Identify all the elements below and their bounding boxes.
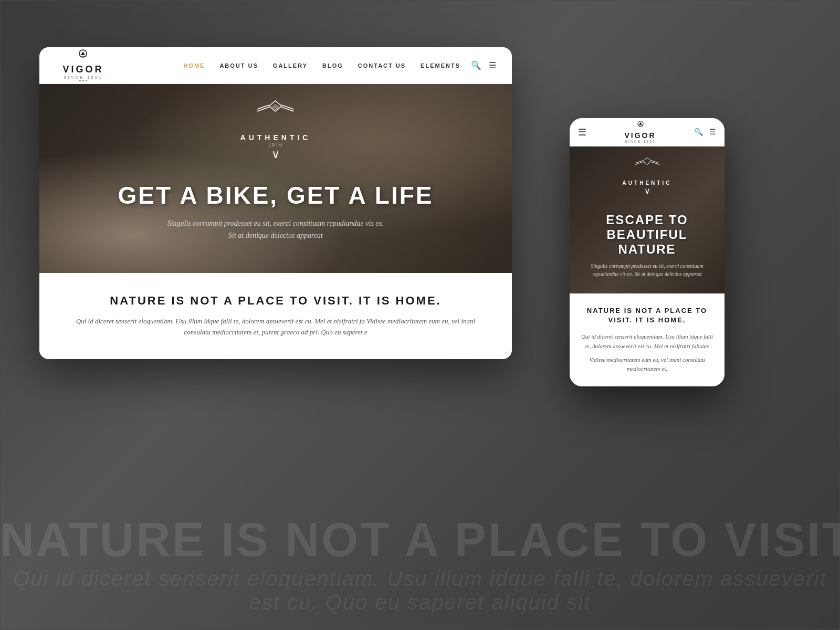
nav-link-gallery[interactable]: GALLERY [273, 62, 308, 69]
desktop-logo: VIGOR — SINCE 1991 — [55, 49, 111, 81]
mobile-hero-badge: AUTHENTIC ∨ [623, 157, 672, 196]
nav-link-contact[interactable]: CONTACT US [358, 62, 406, 69]
nav-link-blog[interactable]: BLOG [322, 62, 343, 69]
mobile-hamburger-icon[interactable]: ☰ [578, 127, 586, 138]
mobile-badge-text: AUTHENTIC [623, 180, 672, 186]
svg-marker-1 [81, 51, 85, 55]
nav-link-home[interactable]: HOME [183, 62, 205, 69]
svg-line-6 [282, 107, 294, 111]
mobile-menu-icon[interactable]: ☰ [709, 128, 716, 136]
svg-line-12 [635, 161, 643, 163]
mobile-content-section: NATURE IS NOT A PLACE TO VISIT. IT IS HO… [570, 293, 724, 386]
svg-line-4 [257, 107, 269, 111]
svg-line-15 [652, 162, 659, 164]
desktop-content-section: NATURE IS NOT A PLACE TO VISIT. IT IS HO… [39, 273, 512, 359]
logo-title: VIGOR [62, 64, 103, 75]
badge-chevron-icon: ∨ [240, 148, 311, 161]
desktop-navbar: VIGOR — SINCE 1991 — HOME ABOUT US GALLE… [39, 47, 512, 84]
badge-authentic-text: AUTHENTIC [240, 133, 311, 142]
mobile-hero-subtext: Singulis corrumpit prodesset eu sit, exe… [580, 262, 714, 278]
svg-marker-10 [639, 122, 642, 125]
mobile-logo-since: — SINCE 1991 — [618, 140, 663, 143]
desktop-hero-subtext-line2: Sit at denique delectus appareat [39, 230, 512, 242]
mobile-logo: VIGOR — SINCE 1991 — [618, 121, 663, 143]
mobile-content-body1: Qui id diceret senserit eloquentiam. Usu… [580, 332, 714, 351]
desktop-nav-links: HOME ABOUT US GALLERY BLOG CONTACT US EL… [183, 62, 460, 69]
mobile-search-icon[interactable]: 🔍 [694, 128, 703, 136]
desktop-content-body: Qui id diceret senserit eloquentiam. Usu… [71, 316, 480, 338]
mobile-navbar: ☰ VIGOR — SINCE 1991 — 🔍 ☰ [570, 118, 724, 146]
desktop-hero-headline: GET A BIKE, GET A LIFE [39, 181, 512, 209]
desktop-hero-subtext-line1: Singulis corrumpit prodesset eu sit, exe… [39, 218, 512, 229]
background-watermark-text2: Qui id diceret senserit eloquentiam. Usu… [0, 567, 840, 614]
mobile-nav-icons: 🔍 ☰ [694, 128, 716, 136]
desktop-mockup: VIGOR — SINCE 1991 — HOME ABOUT US GALLE… [39, 47, 512, 359]
menu-icon[interactable]: ☰ [489, 60, 496, 70]
svg-line-3 [257, 105, 269, 109]
mobile-mockup: ☰ VIGOR — SINCE 1991 — 🔍 ☰ A [570, 118, 724, 386]
mobile-logo-title: VIGOR [624, 131, 656, 140]
background-watermark-text: NATURE IS NOT A PLACE TO VISIT. IT IS TO [0, 513, 840, 567]
mobile-badge-chevron-icon: ∨ [623, 186, 672, 196]
search-icon[interactable]: 🔍 [471, 60, 481, 70]
desktop-hero-content: GET A BIKE, GET A LIFE Singulis corrumpi… [39, 181, 512, 242]
mobile-badge-diamond-icon [633, 157, 662, 178]
desktop-nav-icons: 🔍 ☰ [471, 60, 496, 70]
mobile-content-body2: Vidisse mediocritatem eum eu, vel inani … [580, 355, 714, 374]
logo-mountain-icon [76, 49, 90, 64]
badge-diamond-icon [255, 100, 297, 131]
logo-dots [79, 80, 87, 81]
nav-link-about[interactable]: ABOUT US [219, 62, 258, 69]
badge-year: 2016 [240, 142, 311, 148]
desktop-hero: AUTHENTIC 2016 ∨ GET A BIKE, GET A LIFE … [39, 84, 512, 273]
mobile-hero: AUTHENTIC ∨ ESCAPE TO BEAUTIFUL NATURE S… [570, 146, 724, 293]
mobile-hero-content: ESCAPE TO BEAUTIFUL NATURE Singulis corr… [570, 213, 724, 278]
mobile-content-heading: NATURE IS NOT A PLACE TO VISIT. IT IS HO… [580, 306, 714, 325]
mobile-hero-headline: ESCAPE TO BEAUTIFUL NATURE [580, 213, 714, 257]
nav-link-elements[interactable]: ELEMENTS [421, 62, 460, 69]
svg-line-13 [635, 162, 643, 164]
svg-line-14 [652, 161, 659, 163]
logo-since: — SINCE 1991 — [55, 75, 111, 80]
desktop-content-heading: NATURE IS NOT A PLACE TO VISIT. IT IS HO… [71, 294, 480, 308]
mobile-logo-mountain-icon [635, 121, 646, 131]
svg-line-5 [282, 105, 294, 109]
svg-marker-16 [643, 158, 652, 164]
hero-badge: AUTHENTIC 2016 ∨ [240, 100, 311, 161]
